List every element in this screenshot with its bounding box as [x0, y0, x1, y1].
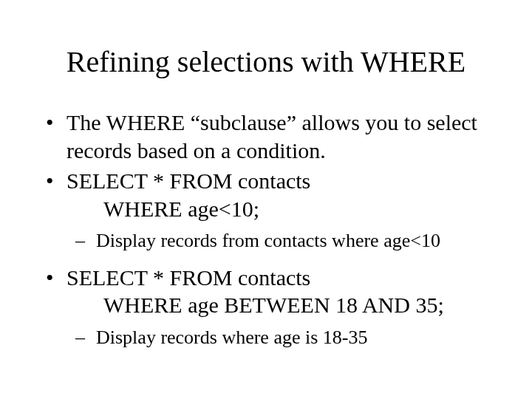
sub-bullet-list: Display records where age is 18-35 [66, 325, 495, 350]
bullet-item: SELECT * FROM contacts WHERE age BETWEEN… [66, 264, 495, 350]
bullet-list: The WHERE “subclause” allows you to sele… [37, 109, 495, 350]
bullet-text: SELECT * FROM contacts [66, 265, 310, 290]
bullet-item: SELECT * FROM contacts WHERE age<10; Dis… [66, 167, 495, 253]
sub-bullet-text: Display records where age is 18-35 [96, 327, 368, 348]
sub-bullet-list: Display records from contacts where age<… [66, 228, 495, 253]
bullet-text-indent: WHERE age BETWEEN 18 AND 35; [66, 291, 495, 319]
sub-bullet-item: Display records where age is 18-35 [96, 325, 495, 350]
slide-title: Refining selections with WHERE [37, 44, 495, 79]
sub-bullet-text: Display records from contacts where age<… [96, 230, 440, 251]
bullet-item: The WHERE “subclause” allows you to sele… [66, 109, 495, 164]
slide: Refining selections with WHERE The WHERE… [0, 0, 532, 399]
sub-bullet-item: Display records from contacts where age<… [96, 228, 495, 253]
bullet-text: SELECT * FROM contacts [66, 168, 310, 193]
bullet-text: The WHERE “subclause” allows you to sele… [66, 110, 477, 163]
bullet-text-indent: WHERE age<10; [66, 195, 495, 223]
